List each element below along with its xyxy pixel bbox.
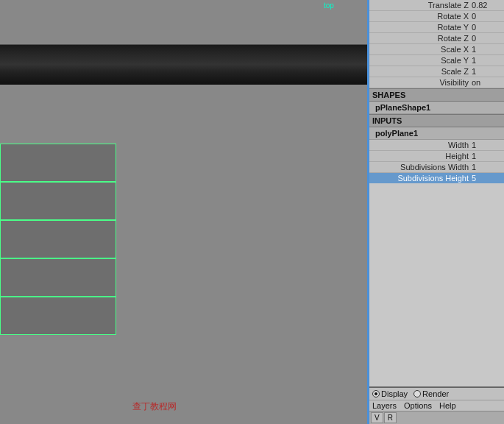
attr-value-scalez: 1 bbox=[472, 67, 501, 76]
display-label: Display bbox=[381, 389, 408, 398]
render-radio-circle bbox=[414, 390, 421, 398]
attr-value-width: 1 bbox=[472, 141, 501, 149]
attr-label-scalez: Scale Z bbox=[372, 67, 472, 76]
attr-row-translatez: Translate Z 0.82 bbox=[369, 0, 504, 11]
render-label: Render bbox=[422, 389, 449, 398]
attr-value-translatez: 0.82 bbox=[472, 1, 501, 10]
grid-box-3 bbox=[0, 220, 116, 258]
tabs-row: V R bbox=[369, 411, 504, 424]
grid-box-2 bbox=[0, 182, 116, 220]
cylinder-bar bbox=[0, 44, 369, 85]
grid-box-5 bbox=[0, 297, 116, 335]
attr-row-rotatey: Rotate Y 0 bbox=[369, 22, 504, 33]
inputs-item[interactable]: polyPlane1 bbox=[369, 127, 504, 140]
watermark: 查丁教程网 bbox=[132, 400, 177, 413]
menu-bar-area: Display Render Layers Options Help bbox=[369, 386, 504, 411]
attr-row-subdiv-height[interactable]: Subdivisions Height 5 bbox=[369, 173, 504, 183]
attr-label-translatez: Translate Z bbox=[372, 1, 472, 10]
attr-value-scaley: 1 bbox=[472, 56, 501, 65]
main-container: top 查丁教程网 Translate Z 0.82 Rotate X 0 bbox=[0, 0, 504, 424]
shapes-item[interactable]: pPlaneShape1 bbox=[369, 102, 504, 114]
attr-label-scaley: Scale Y bbox=[372, 56, 472, 65]
attr-row-subdiv-width: Subdivisions Width 1 bbox=[369, 162, 504, 173]
display-radio-circle bbox=[372, 390, 380, 398]
grid-box-4 bbox=[0, 258, 116, 297]
tab-v[interactable]: V bbox=[371, 412, 383, 423]
attr-label-visibility: Visibility bbox=[372, 78, 472, 87]
attr-label-width: Width bbox=[372, 141, 472, 149]
display-radio[interactable]: Display bbox=[372, 389, 408, 398]
menu-item-help[interactable]: Help bbox=[439, 401, 456, 410]
attr-value-rotatey: 0 bbox=[472, 23, 501, 32]
display-render-row: Display Render bbox=[369, 388, 504, 400]
attr-row-height: Height 1 bbox=[369, 151, 504, 162]
attr-row-rotatex: Rotate X 0 bbox=[369, 11, 504, 22]
right-panel: Translate Z 0.82 Rotate X 0 Rotate Y 0 R… bbox=[369, 0, 504, 424]
grid-boxes bbox=[0, 144, 116, 335]
attr-label-rotatez: Rotate Z bbox=[372, 34, 472, 43]
attr-label-scalex: Scale X bbox=[372, 45, 472, 54]
attr-row-visibility: Visibility on bbox=[369, 77, 504, 88]
attr-label-rotatex: Rotate X bbox=[372, 12, 472, 21]
attr-label-subdiv-height: Subdivisions Height bbox=[372, 174, 472, 183]
attr-label-subdiv-width: Subdivisions Width bbox=[372, 163, 472, 172]
menu-items-row: Layers Options Help bbox=[369, 400, 504, 411]
viewport-panel: top 查丁教程网 bbox=[0, 0, 369, 424]
attr-row-rotatez: Rotate Z 0 bbox=[369, 33, 504, 44]
attr-label-height: Height bbox=[372, 152, 472, 160]
attr-value-subdiv-width: 1 bbox=[472, 163, 501, 172]
attr-value-rotatex: 0 bbox=[472, 12, 501, 21]
menu-item-options[interactable]: Options bbox=[404, 401, 432, 410]
transform-section: Translate Z 0.82 Rotate X 0 Rotate Y 0 R… bbox=[369, 0, 504, 88]
render-radio[interactable]: Render bbox=[414, 389, 449, 398]
attr-label-rotatey: Rotate Y bbox=[372, 23, 472, 32]
menu-item-layers[interactable]: Layers bbox=[372, 401, 397, 410]
attr-empty-space bbox=[369, 183, 504, 386]
attr-value-scalex: 1 bbox=[472, 45, 501, 54]
viewport-label: top bbox=[324, 1, 334, 10]
attr-row-scaley: Scale Y 1 bbox=[369, 55, 504, 66]
shapes-header: SHAPES bbox=[369, 88, 504, 102]
attr-row-scalex: Scale X 1 bbox=[369, 44, 504, 55]
attr-value-subdiv-height: 5 bbox=[472, 174, 501, 183]
attr-value-height: 1 bbox=[472, 152, 501, 160]
attr-row-width: Width 1 bbox=[369, 140, 504, 151]
grid-box-1 bbox=[0, 144, 116, 182]
attr-value-visibility: on bbox=[472, 78, 501, 87]
attr-value-rotatez: 0 bbox=[472, 34, 501, 43]
tab-r[interactable]: R bbox=[384, 412, 397, 423]
attr-row-scalez: Scale Z 1 bbox=[369, 66, 504, 77]
inputs-header: INPUTS bbox=[369, 114, 504, 127]
